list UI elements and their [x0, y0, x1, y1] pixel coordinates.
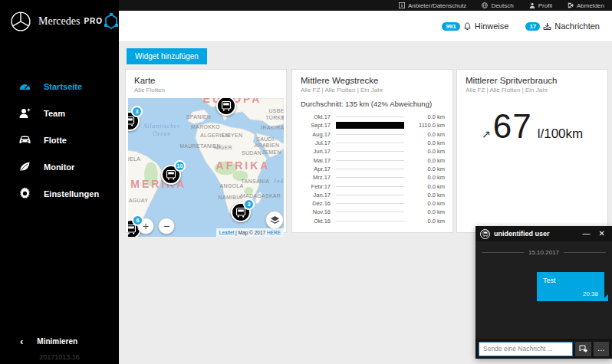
row-value: 0.0 km — [410, 131, 445, 138]
chart-row: Mai.170.0 km — [300, 156, 445, 164]
map-canvas[interactable]: EUROPA USBEK SPANIEN TÜRKEI TURKMEN Atla… — [128, 98, 284, 237]
dashboard-icon — [18, 80, 31, 93]
sidebar-nav: Startseite Team Flotte Monitor Einstellu… — [0, 73, 119, 207]
row-value: 0.0 km — [410, 148, 445, 155]
row-bar — [336, 166, 404, 172]
profile-icon — [529, 2, 535, 8]
leaf-icon — [18, 160, 31, 173]
chat-close-button[interactable]: ✕ — [597, 227, 607, 241]
row-label: Jun.17 — [300, 148, 331, 155]
row-value: 0.0 km — [410, 139, 445, 146]
hinweise-count-badge: 991 — [442, 22, 459, 31]
sidebar-item-startseite[interactable]: Startseite — [0, 73, 119, 100]
wegstrecke-title: Mittlere Wegstrecke — [301, 76, 444, 85]
row-label: Aug.17 — [300, 131, 331, 138]
chat-more-button[interactable]: … — [594, 342, 610, 356]
layers-icon — [270, 215, 280, 225]
here-link[interactable]: HERE — [267, 230, 281, 235]
bell-icon — [463, 22, 472, 31]
topbar-link-label: Abmelden — [577, 2, 604, 9]
topbar-link-abmelden[interactable]: Abmelden — [568, 2, 604, 9]
sidebar-item-einstellungen[interactable]: Einstellungen — [0, 180, 119, 207]
row-value: 0.0 km — [410, 157, 445, 164]
minimize-label: Minimieren — [37, 337, 77, 346]
topbar-link-datenschutz[interactable]: Anbieter/Datenschutz — [399, 2, 467, 9]
sidebar-minimize-button[interactable]: ‹ Minimieren — [0, 336, 77, 347]
chat-minimize-button[interactable]: — — [581, 227, 593, 241]
widget-karte: Karte Alle Flotten — [125, 69, 287, 233]
leaflet-link[interactable]: Leaflet — [219, 230, 235, 235]
brand-name: Mercedes — [38, 15, 80, 28]
row-value: 0.0 km — [410, 166, 445, 172]
row-label: Dez.16 — [300, 200, 331, 207]
row-bar — [336, 208, 404, 215]
kpi-value: 67 — [493, 107, 532, 146]
chat-message-bubble: Test 20:38 — [537, 272, 604, 301]
topbar-link-label: Profil — [538, 2, 552, 9]
chart-row: Aug.170.0 km — [300, 130, 445, 139]
brand-logo[interactable]: Mercedes PRO — [0, 0, 119, 42]
chat-send-button[interactable] — [575, 342, 591, 356]
map-zoom-out-button[interactable]: − — [158, 218, 175, 234]
hinweise-button[interactable]: 991 Hinweise — [442, 21, 508, 31]
chat-body: 15.10.2017 Test 20:38 — [475, 241, 612, 339]
row-bar — [336, 131, 404, 138]
karte-title: Karte — [134, 76, 278, 85]
topbar-link-language[interactable]: Deutsch — [482, 2, 513, 9]
chart-row: Apr.170.0 km — [300, 165, 445, 173]
chat-message-input[interactable] — [479, 342, 573, 356]
chart-row: Febr.170.0 km — [300, 182, 445, 190]
cluster-count-badge[interactable]: 10 — [174, 160, 186, 172]
row-bar — [336, 200, 404, 207]
truck-icon — [166, 169, 176, 180]
chart-row: Dez.160.0 km — [300, 199, 445, 208]
row-label: Febr.17 — [300, 183, 331, 190]
chart-row: Sept.171110.0 km — [300, 121, 445, 130]
sidebar-item-label: Team — [44, 109, 65, 118]
sidebar-item-label: Einstellungen — [44, 189, 99, 198]
widget-spritverbrauch: Mittlerer Spritverbrauch Alle FZ | Alle … — [456, 69, 608, 233]
row-label: Apr.17 — [300, 166, 331, 172]
row-value: 0.0 km — [410, 208, 445, 215]
chart-row: Mrz.170.0 km — [300, 173, 445, 182]
cluster-count-badge[interactable]: 6 — [132, 215, 143, 226]
row-value: 1110.0 km — [410, 122, 445, 129]
spritverbrauch-title: Mittlerer Spritverbrauch — [466, 76, 599, 85]
add-widget-button[interactable]: Widget hinzufügen — [127, 48, 207, 64]
cluster-count-badge[interactable]: 3 — [131, 106, 143, 117]
nachrichten-count-badge: 17 — [525, 22, 540, 31]
map-layers-button[interactable] — [265, 211, 284, 229]
topbar-link-label: Anbieter/Datenschutz — [408, 2, 467, 9]
chat-input-row: … — [475, 339, 612, 359]
car-icon — [18, 133, 31, 146]
chat-header[interactable]: unidentified user — ✕ — [475, 226, 612, 241]
pro-hexagon-icon — [104, 13, 118, 30]
row-bar — [336, 148, 404, 155]
chart-row: Jun.170.0 km — [300, 147, 445, 156]
attribution-text: | Map © 2017 — [234, 230, 267, 235]
chat-message-time: 20:38 — [543, 290, 598, 297]
karte-subtitle: Alle Flotten — [134, 87, 278, 93]
nachrichten-label: Nachrichten — [554, 21, 600, 31]
row-bar — [336, 174, 404, 181]
logout-icon — [568, 2, 574, 8]
spritverbrauch-header: Mittlerer Spritverbrauch Alle FZ | Alle … — [457, 70, 607, 97]
row-bar — [336, 183, 404, 190]
nachrichten-button[interactable]: 17 Nachrichten — [525, 21, 600, 31]
sidebar-item-label: Monitor — [44, 162, 74, 172]
topbar-link-label: Deutsch — [491, 2, 513, 9]
brand-suffix: PRO — [84, 17, 103, 25]
cluster-count-badge[interactable]: 3 — [243, 198, 255, 210]
sidebar-item-flotte[interactable]: Flotte — [0, 126, 119, 153]
topbar-link-profil[interactable]: Profil — [529, 2, 552, 9]
gear-icon — [18, 187, 31, 200]
sidebar-item-team[interactable]: Team — [0, 100, 119, 126]
globe-icon — [482, 2, 488, 8]
row-bar — [336, 192, 404, 198]
chart-row: Nov.160.0 km — [300, 208, 445, 216]
row-label: Jul.17 — [300, 139, 331, 146]
row-bar — [336, 113, 404, 120]
truck-icon — [128, 116, 135, 126]
sidebar: Startseite Team Flotte Monitor Einstellu… — [0, 42, 119, 364]
sidebar-item-monitor[interactable]: Monitor — [0, 153, 119, 180]
